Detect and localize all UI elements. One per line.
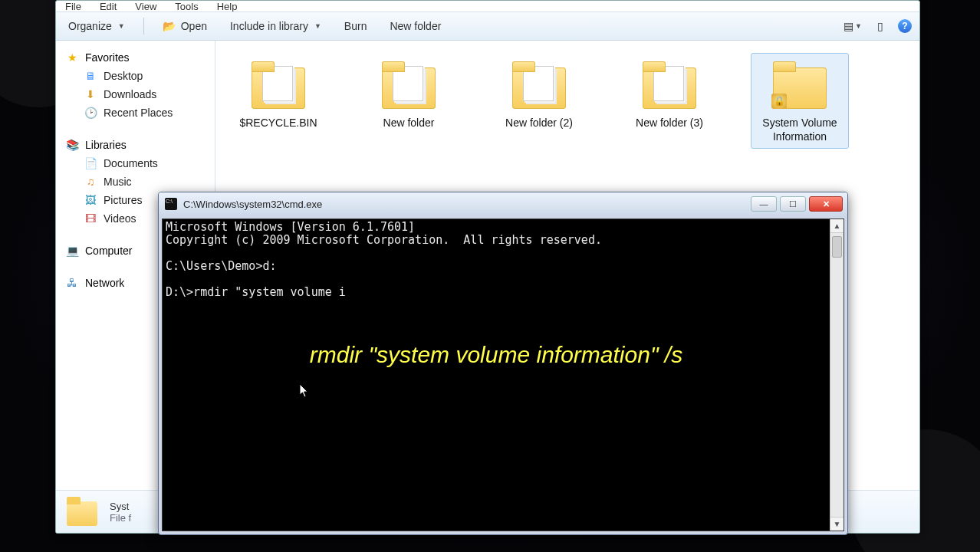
- menu-view[interactable]: View: [135, 1, 156, 12]
- mouse-cursor-icon: [299, 383, 310, 399]
- computer-label: Computer: [85, 245, 132, 257]
- scroll-up-arrow-icon[interactable]: ▲: [830, 219, 844, 233]
- sidebar-item-downloads[interactable]: ⬇ Downloads: [56, 85, 215, 104]
- menu-tools[interactable]: Tools: [175, 1, 198, 12]
- folder-item[interactable]: New folder (3): [620, 53, 719, 149]
- scroll-down-arrow-icon[interactable]: ▼: [830, 517, 844, 531]
- network-label: Network: [85, 277, 124, 289]
- scrollbar-vertical[interactable]: ▲ ▼: [830, 219, 844, 531]
- sidebar-item-documents[interactable]: 📄 Documents: [56, 154, 215, 172]
- minimize-button[interactable]: —: [751, 196, 777, 212]
- folder-item-label: $RECYCLE.BIN: [239, 117, 317, 130]
- chevron-down-icon: ▼: [118, 22, 125, 30]
- libraries-icon: 📚: [65, 138, 79, 152]
- folder-item-label: System Volume Information: [756, 117, 844, 143]
- toolbar: Organize ▼ 📂 Open Include in library ▼ B…: [56, 12, 919, 41]
- cmd-app-icon: [165, 198, 177, 210]
- sidebar-item-label: Videos: [104, 212, 136, 225]
- sidebar-item-label: Pictures: [104, 194, 143, 206]
- folder-icon: [245, 58, 311, 112]
- pictures-icon: 🖼: [84, 193, 97, 207]
- lock-icon: 🔒: [771, 94, 787, 109]
- organize-button[interactable]: Organize ▼: [64, 17, 130, 35]
- sidebar-item-label: Desktop: [104, 70, 143, 82]
- desktop-icon: 🖥: [84, 69, 97, 83]
- close-button[interactable]: ✕: [809, 196, 843, 212]
- help-button[interactable]: ?: [898, 19, 912, 33]
- burn-button[interactable]: Burn: [340, 17, 372, 35]
- folder-item-label: New folder (3): [636, 117, 703, 130]
- folder-icon: 🔒: [767, 58, 833, 112]
- sidebar-item-music[interactable]: ♫ Music: [56, 172, 215, 191]
- star-icon: ★: [65, 51, 79, 64]
- folder-icon: [65, 497, 99, 527]
- preview-pane-icon: ▯: [877, 20, 883, 32]
- view-grid-icon: ▤: [844, 20, 853, 32]
- folder-icon: [506, 58, 572, 112]
- include-in-library-button[interactable]: Include in library ▼: [225, 17, 326, 35]
- folder-icon: [636, 58, 702, 112]
- chevron-down-icon: ▼: [314, 22, 321, 30]
- separator: [143, 18, 144, 34]
- preview-pane-button[interactable]: ▯: [870, 18, 890, 34]
- burn-label: Burn: [344, 20, 367, 32]
- open-icon: 📂: [163, 19, 176, 33]
- folder-icon: [376, 58, 442, 112]
- new-folder-button[interactable]: New folder: [385, 17, 446, 35]
- folder-item[interactable]: New folder: [360, 53, 458, 149]
- folder-item-label: New folder (2): [505, 117, 573, 130]
- videos-icon: 🎞: [84, 212, 97, 225]
- folder-item[interactable]: New folder (2): [490, 53, 588, 149]
- folder-item-label: New folder: [383, 117, 435, 130]
- details-type: File f: [110, 512, 131, 524]
- menu-file[interactable]: File: [65, 1, 81, 12]
- sidebar-item-recent-places[interactable]: 🕑 Recent Places: [56, 104, 215, 122]
- scroll-thumb[interactable]: [832, 236, 842, 258]
- cmd-window: C:\Windows\system32\cmd.exe — ☐ ✕ Micros…: [158, 192, 848, 535]
- view-mode-button[interactable]: ▤ ▼: [843, 18, 863, 34]
- console-output: Microsoft Windows [Version 6.1.7601] Cop…: [163, 219, 830, 531]
- favorites-label: Favorites: [85, 51, 130, 64]
- new-folder-label: New folder: [390, 20, 441, 32]
- network-icon: 🖧: [65, 276, 79, 290]
- open-button[interactable]: 📂 Open: [158, 16, 212, 36]
- libraries-label: Libraries: [85, 139, 127, 151]
- cmd-title: C:\Windows\system32\cmd.exe: [183, 199, 322, 210]
- menu-bar: File Edit View Tools Help: [56, 1, 919, 12]
- details-name: Syst: [110, 501, 131, 512]
- open-label: Open: [181, 20, 207, 32]
- cmd-titlebar[interactable]: C:\Windows\system32\cmd.exe — ☐ ✕: [159, 192, 847, 215]
- include-label: Include in library: [230, 20, 308, 32]
- folder-item[interactable]: 🔒System Volume Information: [751, 53, 849, 149]
- recent-icon: 🕑: [84, 106, 97, 120]
- organize-label: Organize: [68, 20, 112, 32]
- sidebar-item-desktop[interactable]: 🖥 Desktop: [56, 67, 215, 85]
- sidebar-item-label: Documents: [104, 157, 158, 169]
- sidebar-item-label: Music: [104, 176, 132, 188]
- sidebar-item-label: Downloads: [104, 88, 156, 100]
- sidebar-item-label: Recent Places: [104, 107, 173, 119]
- music-icon: ♫: [84, 175, 97, 189]
- computer-icon: 💻: [65, 244, 79, 258]
- menu-help[interactable]: Help: [217, 1, 238, 12]
- chevron-down-icon: ▼: [855, 22, 862, 30]
- menu-edit[interactable]: Edit: [100, 1, 117, 12]
- sidebar-favorites-head[interactable]: ★ Favorites: [56, 48, 215, 67]
- console-area[interactable]: Microsoft Windows [Version 6.1.7601] Cop…: [162, 219, 844, 531]
- caption-overlay: rmdir "system volume information" /s: [163, 342, 830, 368]
- sidebar-libraries-head[interactable]: 📚 Libraries: [56, 136, 215, 154]
- folder-item[interactable]: $RECYCLE.BIN: [229, 53, 327, 149]
- maximize-button[interactable]: ☐: [780, 196, 806, 212]
- documents-icon: 📄: [84, 156, 97, 170]
- downloads-icon: ⬇: [84, 87, 97, 101]
